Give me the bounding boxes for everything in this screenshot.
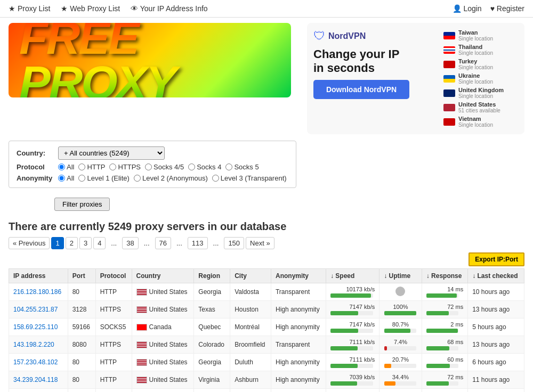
cell-ip: 34.239.204.118 bbox=[9, 371, 68, 389]
cell-speed: 7147 kb/s bbox=[326, 318, 379, 336]
export-btn[interactable]: Export IP:Port bbox=[469, 252, 524, 266]
page-150-btn[interactable]: 150 bbox=[224, 237, 244, 249]
next-page-btn[interactable]: Next » bbox=[246, 237, 274, 249]
table-row: 158.69.225.110 59166 SOCKS5 Canada Quebe… bbox=[9, 318, 524, 336]
hero-section: FREE PROXY 🛡 NordVPN Change your IPin se… bbox=[0, 18, 533, 134]
protocol-socks45-radio[interactable] bbox=[145, 164, 152, 170]
page-38-btn[interactable]: 38 bbox=[122, 237, 138, 249]
cell-port: 59166 bbox=[68, 389, 95, 393]
cell-uptime: 67.1% bbox=[379, 389, 422, 393]
cell-protocol: HTTPS bbox=[95, 336, 132, 354]
ip-info-link[interactable]: 👁 Your IP Address Info bbox=[131, 4, 208, 13]
filters-panel: Country: + All countries (5249) United S… bbox=[9, 141, 296, 188]
cell-protocol: HTTP bbox=[95, 283, 132, 301]
proxy-list-link[interactable]: ★ Proxy List bbox=[9, 4, 50, 13]
cell-response: 14 ms bbox=[422, 283, 467, 301]
country-select[interactable]: + All countries (5249) United States Can… bbox=[58, 146, 165, 160]
protocol-http-radio[interactable] bbox=[78, 164, 85, 170]
cell-uptime: 100% bbox=[379, 301, 422, 318]
cell-uptime bbox=[379, 283, 422, 301]
protocol-socks5-label[interactable]: Socks 5 bbox=[225, 163, 259, 171]
cell-protocol: SOCKS5 bbox=[95, 389, 132, 393]
cell-uptime: 7.4% bbox=[379, 336, 422, 354]
dots-4: ... bbox=[209, 238, 223, 249]
cell-city: Valdosta bbox=[230, 283, 271, 301]
filter-btn-row: Filter proxies bbox=[0, 194, 533, 215]
protocol-socks4-label[interactable]: Socks 4 bbox=[188, 163, 221, 171]
country-filter-row: Country: + All countries (5249) United S… bbox=[17, 146, 288, 160]
anon-l1-label[interactable]: Level 1 (Elite) bbox=[78, 174, 129, 182]
protocol-all-label[interactable]: All bbox=[58, 163, 74, 171]
nordvpn-download-btn[interactable]: Download NordVPN bbox=[313, 80, 409, 99]
protocol-all-radio[interactable] bbox=[58, 164, 65, 170]
cell-city: Ashburn bbox=[230, 371, 271, 389]
protocol-socks5-radio[interactable] bbox=[225, 164, 232, 170]
stats-section: There are currently 5249 proxy servers i… bbox=[0, 215, 533, 392]
anon-all-radio[interactable] bbox=[58, 175, 65, 182]
cell-city: Houston bbox=[230, 301, 271, 318]
cell-port: 3128 bbox=[68, 301, 95, 318]
anon-l2-radio[interactable] bbox=[134, 175, 141, 182]
page-1-btn[interactable]: 1 bbox=[51, 237, 63, 249]
cell-city: Montréal bbox=[230, 318, 271, 336]
th-ip: IP address bbox=[9, 269, 68, 283]
anon-l1-radio[interactable] bbox=[78, 175, 85, 182]
table-header: IP address Port Protocol Country Region … bbox=[9, 269, 524, 283]
login-link[interactable]: 👤 Login bbox=[453, 4, 482, 13]
cell-last-checked: 10 hours ago bbox=[468, 283, 524, 301]
register-link[interactable]: ♥ Register bbox=[490, 4, 524, 13]
cell-anonymity: Transparent bbox=[271, 283, 326, 301]
dots-1: ... bbox=[107, 238, 120, 249]
th-last-checked[interactable]: ↓ Last checked bbox=[468, 269, 524, 283]
cell-response: 72 ms bbox=[422, 301, 467, 318]
cell-response: 2 ms bbox=[422, 389, 467, 393]
th-response[interactable]: ↓ Response bbox=[422, 269, 467, 283]
cell-protocol: HTTP bbox=[95, 371, 132, 389]
hero-logo: FREE PROXY bbox=[9, 23, 291, 97]
anon-all-label[interactable]: All bbox=[58, 174, 74, 182]
prev-page-btn[interactable]: « Previous bbox=[9, 237, 50, 249]
th-speed[interactable]: ↓ Speed bbox=[326, 269, 379, 283]
cell-speed: 7111 kb/s bbox=[326, 354, 379, 371]
nordvpn-country-vn: VietnamSingle location bbox=[443, 116, 518, 128]
cell-ip: 158.69.225.110 bbox=[9, 318, 68, 336]
cell-speed: 7147 kb/s bbox=[326, 301, 379, 318]
cell-country: Canada bbox=[132, 318, 194, 336]
cell-protocol: HTTPS bbox=[95, 301, 132, 318]
cell-city: Broomfield bbox=[230, 336, 271, 354]
dots-2: ... bbox=[140, 238, 154, 249]
cell-anonymity: High anonymity bbox=[271, 371, 326, 389]
cell-region: Quebec bbox=[194, 389, 230, 393]
cell-port: 8080 bbox=[68, 336, 95, 354]
page-76-btn[interactable]: 76 bbox=[155, 237, 171, 249]
nordvpn-country-th: ThailandSingle location bbox=[443, 44, 518, 56]
protocol-https-label[interactable]: HTTPS bbox=[109, 163, 141, 171]
table-row: 216.128.180.186 80 HTTP United States Ge… bbox=[9, 283, 524, 301]
protocol-http-label[interactable]: HTTP bbox=[78, 163, 105, 171]
cell-protocol: HTTP bbox=[95, 354, 132, 371]
page-113-btn[interactable]: 113 bbox=[188, 237, 208, 249]
nordvpn-country-tr: TurkeySingle location bbox=[443, 58, 518, 70]
anon-l2-label[interactable]: Level 2 (Anonymous) bbox=[134, 174, 208, 182]
protocol-socks45-label[interactable]: Socks 4/5 bbox=[145, 163, 184, 171]
anon-l3-radio[interactable] bbox=[212, 175, 219, 182]
web-proxy-link[interactable]: ★ Web Proxy List bbox=[61, 4, 120, 13]
nordvpn-logo: 🛡 NordVPN bbox=[313, 29, 438, 43]
cell-last-checked: 10 hours ago bbox=[468, 389, 524, 393]
protocol-https-radio[interactable] bbox=[109, 164, 116, 170]
th-uptime[interactable]: ↓ Uptime bbox=[379, 269, 422, 283]
cell-ip: 142.44.241.192 bbox=[9, 389, 68, 393]
anonymity-label: Anonymity bbox=[17, 174, 54, 182]
page-4-btn[interactable]: 4 bbox=[93, 237, 106, 249]
cell-last-checked: 5 hours ago bbox=[468, 318, 524, 336]
filter-proxies-btn[interactable]: Filter proxies bbox=[54, 198, 110, 211]
nordvpn-country-gb: United KingdomSingle location bbox=[443, 87, 518, 99]
page-3-btn[interactable]: 3 bbox=[79, 237, 92, 249]
nordvpn-tagline: Change your IPin seconds bbox=[313, 47, 438, 76]
anon-l3-label[interactable]: Level 3 (Transparent) bbox=[212, 174, 287, 182]
cell-country: United States bbox=[132, 301, 194, 318]
protocol-socks4-radio[interactable] bbox=[188, 164, 195, 170]
nordvpn-logo-text: NordVPN bbox=[328, 31, 366, 41]
page-2-btn[interactable]: 2 bbox=[66, 237, 78, 249]
cell-response: 72 ms bbox=[422, 371, 467, 389]
